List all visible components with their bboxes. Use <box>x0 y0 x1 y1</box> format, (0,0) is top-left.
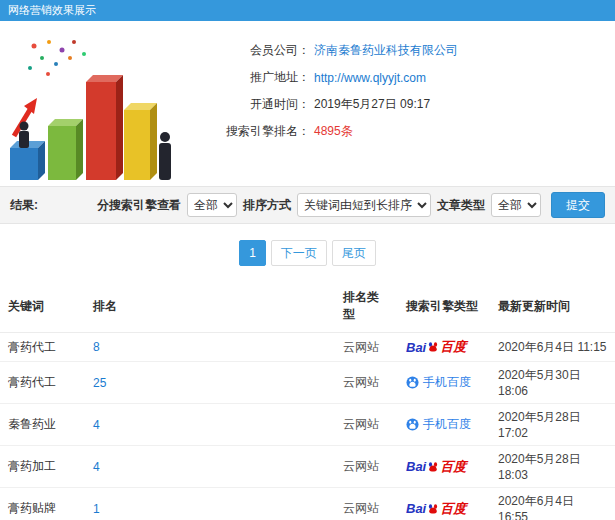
rank-link[interactable]: 1 <box>93 502 100 516</box>
table-header-row: 关键词 排名 排名类型 搜索引擎类型 最新更新时间 <box>0 280 615 333</box>
header-engine-type: 搜索引擎类型 <box>398 280 490 333</box>
rank-cell: 4 <box>85 446 335 488</box>
submit-button[interactable]: 提交 <box>551 192 605 218</box>
mobile-baidu-badge: 手机百度 <box>406 374 471 391</box>
page-header: 网络营销效果展示 <box>0 0 615 21</box>
engine-type-cell: 手机百度 <box>398 362 490 404</box>
updated-time-cell: 2020年5月30日 18:06 <box>490 362 615 404</box>
sort-filter-label: 排序方式 <box>243 197 291 214</box>
updated-time-cell: 2020年5月28日 17:02 <box>490 404 615 446</box>
promo-url-link[interactable]: http://www.qlyyjt.com <box>314 71 426 85</box>
rank-cell: 1 <box>85 488 335 520</box>
rank-cell: 8 <box>85 333 335 362</box>
engine-type-cell: Bai百度 <box>398 333 490 362</box>
rank-type-cell: 云网站 <box>335 362 398 404</box>
baidu-logo: Bai百度 <box>406 338 466 356</box>
rank-type-cell: 云网站 <box>335 446 398 488</box>
baidu-paw-icon <box>427 461 439 473</box>
pagination: 1 下一页 尾页 <box>0 224 615 280</box>
page-title: 网络营销效果展示 <box>8 3 96 18</box>
company-link[interactable]: 济南秦鲁药业科技有限公司 <box>314 42 458 59</box>
results-table-body: 膏药代工8云网站Bai百度2020年6月4日 11:15膏药代工25云网站手机百… <box>0 333 615 520</box>
promo-url-label: 推广地址： <box>182 69 310 86</box>
rank-count-label: 搜索引擎排名： <box>182 123 310 140</box>
header-keyword: 关键词 <box>0 280 85 333</box>
chart-illustration-wrap <box>4 27 182 186</box>
summary-section: 会员公司： 济南秦鲁药业科技有限公司 推广地址： http://www.qlyy… <box>0 21 615 186</box>
info-row-rank-count: 搜索引擎排名： 4895条 <box>182 118 615 145</box>
rank-link[interactable]: 8 <box>93 340 100 354</box>
engine-type-cell: Bai百度 <box>398 446 490 488</box>
businessman-right <box>159 132 171 180</box>
engine-type-cell: 手机百度 <box>398 404 490 446</box>
table-row: 膏药贴牌1云网站Bai百度2020年6月4日 16:55 <box>0 488 615 520</box>
info-row-url: 推广地址： http://www.qlyyjt.com <box>182 64 615 91</box>
open-time-value: 2019年5月27日 09:17 <box>314 96 430 113</box>
baidu-paw-icon <box>427 503 439 515</box>
mobile-baidu-label: 手机百度 <box>423 374 471 391</box>
rank-type-cell: 云网站 <box>335 333 398 362</box>
growth-arrow-icon <box>14 98 37 136</box>
results-section-label: 结果: <box>10 197 38 214</box>
mobile-baidu-icon <box>406 418 419 431</box>
rank-type-cell: 云网站 <box>335 404 398 446</box>
updated-time-cell: 2020年5月28日 18:03 <box>490 446 615 488</box>
page-button-next[interactable]: 下一页 <box>271 240 327 266</box>
baidu-logo-text-du: 百度 <box>440 500 466 518</box>
open-time-label: 开通时间： <box>182 96 310 113</box>
table-row: 膏药代工8云网站Bai百度2020年6月4日 11:15 <box>0 333 615 362</box>
rank-cell: 4 <box>85 404 335 446</box>
rank-link[interactable]: 4 <box>93 418 100 432</box>
table-row: 秦鲁药业4云网站手机百度2020年5月28日 17:02 <box>0 404 615 446</box>
keyword-cell: 膏药代工 <box>0 362 85 404</box>
confetti-dots <box>28 40 86 76</box>
header-rank: 排名 <box>85 280 335 333</box>
bar-yellow <box>124 103 157 180</box>
filter-bar: 结果: 分搜索引擎查看 全部 排序方式 关键词由短到长排序 文章类型 全部 提交 <box>0 186 615 224</box>
article-type-filter-select[interactable]: 全部 <box>491 193 541 217</box>
keyword-cell: 膏药加工 <box>0 446 85 488</box>
article-type-filter-label: 文章类型 <box>437 197 485 214</box>
baidu-logo-text-du: 百度 <box>440 338 466 356</box>
info-row-open-time: 开通时间： 2019年5月27日 09:17 <box>182 91 615 118</box>
header-rank-type: 排名类型 <box>335 280 398 333</box>
filter-group: 分搜索引擎查看 全部 排序方式 关键词由短到长排序 文章类型 全部 提交 <box>97 192 605 218</box>
baidu-logo-text-du: 百度 <box>440 458 466 476</box>
baidu-logo: Bai百度 <box>406 458 466 476</box>
engine-type-cell: Bai百度 <box>398 488 490 520</box>
baidu-paw-icon <box>427 341 439 353</box>
engine-filter-label: 分搜索引擎查看 <box>97 197 181 214</box>
page-button-current[interactable]: 1 <box>239 240 266 266</box>
member-info-panel: 会员公司： 济南秦鲁药业科技有限公司 推广地址： http://www.qlyy… <box>182 27 615 186</box>
bar-chart-illustration <box>4 34 176 186</box>
page-button-last[interactable]: 尾页 <box>332 240 376 266</box>
bar-green <box>48 119 83 180</box>
keyword-cell: 膏药代工 <box>0 333 85 362</box>
keyword-cell: 膏药贴牌 <box>0 488 85 520</box>
rank-cell: 25 <box>85 362 335 404</box>
sort-filter-select[interactable]: 关键词由短到长排序 <box>297 193 431 217</box>
rank-link[interactable]: 4 <box>93 460 100 474</box>
baidu-logo-text-bai: Bai <box>406 501 426 516</box>
table-row: 膏药加工4云网站Bai百度2020年5月28日 18:03 <box>0 446 615 488</box>
businessman-left <box>19 122 29 149</box>
mobile-baidu-label: 手机百度 <box>423 416 471 433</box>
rank-type-cell: 云网站 <box>335 488 398 520</box>
engine-filter-select[interactable]: 全部 <box>187 193 237 217</box>
header-updated: 最新更新时间 <box>490 280 615 333</box>
results-table: 关键词 排名 排名类型 搜索引擎类型 最新更新时间 膏药代工8云网站Bai百度2… <box>0 280 615 520</box>
company-label: 会员公司： <box>182 42 310 59</box>
baidu-logo: Bai百度 <box>406 500 466 518</box>
updated-time-cell: 2020年6月4日 16:55 <box>490 488 615 520</box>
bar-red <box>86 75 123 180</box>
updated-time-cell: 2020年6月4日 11:15 <box>490 333 615 362</box>
mobile-baidu-badge: 手机百度 <box>406 416 471 433</box>
keyword-cell: 秦鲁药业 <box>0 404 85 446</box>
rank-count-value: 4895条 <box>314 123 353 140</box>
table-row: 膏药代工25云网站手机百度2020年5月30日 18:06 <box>0 362 615 404</box>
rank-link[interactable]: 25 <box>93 376 106 390</box>
baidu-logo-text-bai: Bai <box>406 340 426 355</box>
baidu-logo-text-bai: Bai <box>406 459 426 474</box>
info-row-company: 会员公司： 济南秦鲁药业科技有限公司 <box>182 37 615 64</box>
mobile-baidu-icon <box>406 376 419 389</box>
